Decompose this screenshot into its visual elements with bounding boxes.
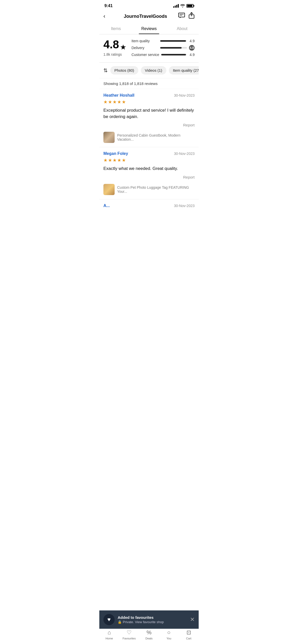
nav-header: ‹ JournoTravelGoods — [99, 10, 199, 23]
review-partial: A... 30-Nov-2023 — [99, 199, 199, 208]
rating-bars: Item quality 4.9 Delivery 4.8 Customer s… — [131, 39, 195, 59]
review-date: 30-Nov-2023 — [174, 152, 195, 156]
shop-title: JournoTravelGoods — [124, 14, 167, 19]
quality-bar-track — [160, 40, 186, 42]
rating-display: 4.8★ — [103, 39, 126, 51]
svg-rect-0 — [179, 13, 185, 17]
reviewer-name[interactable]: Megan Foley — [103, 151, 128, 156]
service-label: Customer service — [131, 53, 159, 57]
service-bar-fill — [161, 54, 186, 55]
delivery-value-badge: 4.8 — [189, 45, 195, 51]
review-date: 30-Nov-2023 — [174, 93, 195, 97]
quality-value: 4.9 — [188, 39, 195, 43]
review-header-partial: A... 30-Nov-2023 — [103, 203, 195, 208]
review-stars: ★★★★★ — [103, 99, 195, 105]
filter-bar: ⇅ Photos (80) Videos (1) Item quality (2… — [99, 63, 199, 78]
product-name: Custom Pet Photo Luggage Tag FEATURING Y… — [117, 185, 195, 194]
rating-star: ★ — [120, 43, 126, 51]
rating-number: 4.8 — [103, 38, 119, 51]
report-link[interactable]: Report — [103, 175, 195, 179]
report-link[interactable]: Report — [103, 123, 195, 127]
sort-icon[interactable]: ⇅ — [103, 67, 108, 74]
status-bar: 9:41 — [99, 0, 199, 10]
reviewer-name[interactable]: Heather Hoshall — [103, 93, 134, 98]
wifi-icon — [180, 4, 185, 8]
reviewer-name-partial[interactable]: A... — [103, 203, 110, 208]
filter-chip-photos[interactable]: Photos (80) — [110, 66, 138, 75]
review-card: Megan Foley 30-Nov-2023 ★★★★★ Exactly wh… — [99, 147, 199, 199]
message-icon[interactable] — [178, 13, 185, 20]
delivery-bar-fill — [160, 47, 182, 49]
rating-row-delivery: Delivery 4.8 — [131, 45, 195, 51]
review-date-partial: 30-Nov-2023 — [174, 204, 195, 208]
status-time: 9:41 — [104, 4, 113, 8]
service-value: 4.9 — [188, 53, 195, 57]
nav-actions — [178, 12, 195, 20]
share-icon[interactable] — [188, 12, 195, 20]
product-thumbnail — [103, 184, 115, 195]
service-bar-track — [161, 54, 186, 55]
quality-label: Item quality — [131, 39, 158, 43]
product-name: Personalized Cabin Guestbook, Modern Vac… — [117, 133, 195, 141]
rating-section: 4.8★ 1.8k ratings Item quality 4.9 Deliv… — [99, 34, 199, 63]
product-thumbnail — [103, 132, 115, 143]
review-stars: ★★★★★ — [103, 157, 195, 163]
filter-chip-quality[interactable]: Item quality (274) — [169, 66, 199, 75]
rating-row-service: Customer service 4.9 — [131, 53, 195, 57]
battery-icon — [186, 4, 194, 8]
review-card: Heather Hoshall 30-Nov-2023 ★★★★★ Except… — [99, 89, 199, 147]
review-header: Megan Foley 30-Nov-2023 — [103, 151, 195, 156]
tab-bar: Items Reviews About — [99, 23, 199, 34]
quality-bar-fill — [160, 40, 186, 42]
delivery-label: Delivery — [131, 46, 158, 50]
signal-icon — [173, 4, 179, 8]
rating-count: 1.8k ratings — [103, 52, 126, 56]
tab-about[interactable]: About — [166, 23, 199, 34]
status-icons — [173, 4, 194, 8]
review-text: Exceptional product and service! I will … — [103, 107, 195, 120]
tab-items[interactable]: Items — [99, 23, 132, 34]
tab-reviews[interactable]: Reviews — [132, 23, 166, 34]
filter-chip-videos[interactable]: Videos (1) — [141, 66, 166, 75]
delivery-bar-track — [160, 47, 187, 49]
rating-row-quality: Item quality 4.9 — [131, 39, 195, 43]
overall-rating: 4.8★ 1.8k ratings — [103, 39, 126, 56]
product-ref: Custom Pet Photo Luggage Tag FEATURING Y… — [103, 182, 195, 196]
product-ref: Personalized Cabin Guestbook, Modern Vac… — [103, 130, 195, 144]
back-button[interactable]: ‹ — [103, 13, 113, 20]
review-header: Heather Hoshall 30-Nov-2023 — [103, 93, 195, 98]
review-text: Exactly what we needed. Great quality. — [103, 166, 195, 172]
review-count: Showing 1,818 of 1,818 reviews — [99, 78, 199, 89]
